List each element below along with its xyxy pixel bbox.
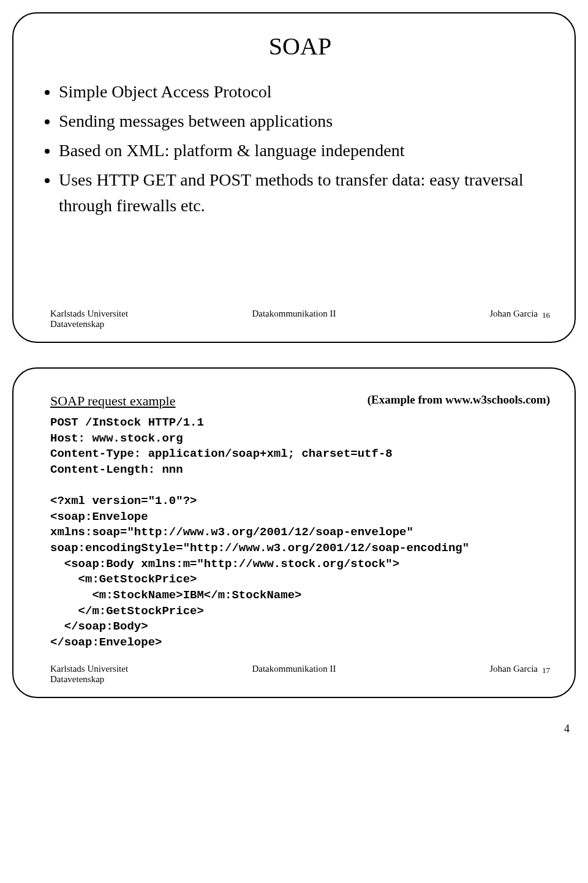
example-label: SOAP request example	[50, 393, 300, 409]
example-header: SOAP request example (Example from www.w…	[50, 393, 550, 409]
slide-title: SOAP	[50, 32, 550, 61]
footer-university: Karlstads Universitet	[50, 309, 213, 319]
slide-1: SOAP Simple Object Access Protocol Sendi…	[12, 12, 576, 343]
slide-number: 16	[542, 310, 550, 320]
footer-university: Karlstads Universitet	[50, 664, 213, 674]
slide-2: SOAP request example (Example from www.w…	[12, 367, 576, 698]
footer-department: Datavetenskap	[50, 319, 213, 329]
slide-footer: Karlstads Universitet Datavetenskap Data…	[50, 309, 538, 329]
footer-course: Datakommunikation II	[213, 664, 375, 685]
footer-department: Datavetenskap	[50, 674, 213, 685]
footer-author: Johan Garcia	[375, 309, 538, 329]
slide-footer: Karlstads Universitet Datavetenskap Data…	[50, 664, 538, 685]
bullet-item: Uses HTTP GET and POST methods to transf…	[59, 167, 550, 219]
bullet-item: Simple Object Access Protocol	[59, 79, 550, 105]
footer-author: Johan Garcia	[375, 664, 538, 685]
bullet-item: Based on XML: platform & language indepe…	[59, 138, 550, 163]
example-source: (Example from www.w3schools.com)	[300, 393, 550, 409]
page-number: 4	[12, 723, 570, 735]
code-block: POST /InStock HTTP/1.1 Host: www.stock.o…	[50, 415, 550, 651]
bullet-item: Sending messages between applications	[59, 108, 550, 134]
slide-number: 17	[542, 666, 550, 675]
footer-course: Datakommunikation II	[213, 309, 375, 329]
bullet-list: Simple Object Access Protocol Sending me…	[50, 79, 550, 219]
